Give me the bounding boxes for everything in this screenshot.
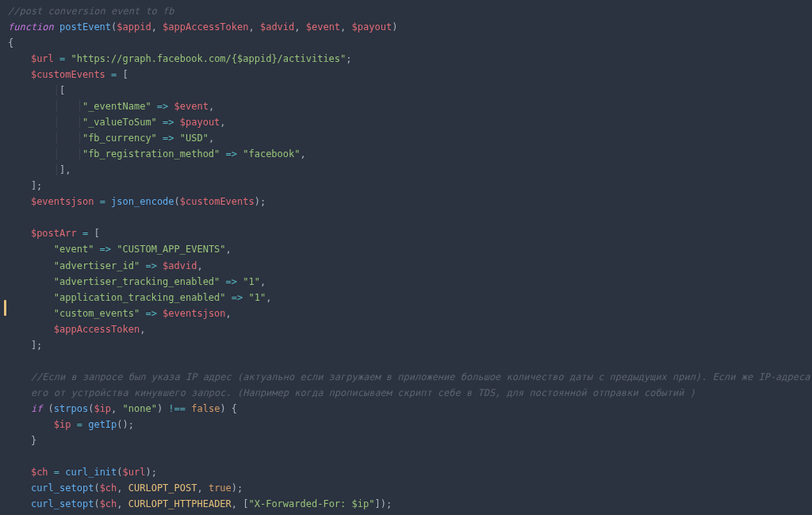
variable: $customEvents — [31, 69, 105, 80]
arg: "none" — [123, 403, 157, 414]
comment-line: //Если в запросе был указа IP адрес (акт… — [31, 371, 812, 382]
value: $payout — [180, 117, 220, 128]
param: $appid — [117, 21, 151, 33]
variable: $postArr — [31, 228, 77, 239]
value: $appAccessToken — [54, 324, 140, 335]
constant: CURLOPT_POST — [128, 482, 197, 494]
key: "_valueToSum" — [82, 117, 157, 128]
arg: $ip — [94, 403, 111, 414]
function-call: getIp — [88, 419, 117, 430]
param: $advid — [260, 21, 294, 33]
key: "custom_events" — [54, 308, 140, 319]
value: "1" — [243, 276, 260, 287]
string: "https://graph.facebook.com/{$appid}/act… — [71, 53, 347, 64]
variable: $ip — [54, 419, 71, 430]
key: "_eventName" — [82, 101, 151, 112]
string: "X-Forwarded-For: $ip" — [249, 498, 375, 509]
key: "fb_currency" — [82, 133, 157, 144]
param: $event — [306, 21, 340, 33]
value: "1" — [248, 292, 266, 303]
function-name: postEvent — [59, 21, 111, 33]
value: "CUSTOM_APP_EVENTS" — [117, 244, 225, 255]
arg: $ch — [100, 498, 117, 509]
value: $eventsjson — [163, 308, 225, 319]
function-call: strpos — [54, 403, 88, 414]
arg: $ch — [100, 482, 117, 494]
value: $advid — [163, 260, 197, 271]
key: "fb_registration_method" — [82, 148, 220, 159]
keyword: if — [31, 403, 42, 414]
value: "USD" — [180, 133, 209, 144]
function-call: json_encode — [111, 196, 174, 207]
function-call: curl_setopt — [31, 498, 94, 509]
variable: $ch — [31, 467, 48, 478]
param: $appAccessToken — [163, 21, 248, 33]
variable: $url — [31, 53, 54, 64]
param: $payout — [352, 21, 393, 33]
key: "advertiser_tracking_enabled" — [54, 276, 220, 287]
variable: $eventsjson — [31, 196, 94, 207]
value: "facebook" — [243, 148, 300, 159]
operator: !== — [168, 403, 186, 414]
literal: true — [209, 482, 232, 494]
constant: CURLOPT_HTTPHEADER — [128, 498, 232, 509]
value: $event — [174, 101, 209, 112]
arg: $url — [123, 467, 146, 478]
literal: false — [191, 403, 220, 414]
key: "advertiser_id" — [54, 260, 140, 271]
comment-line: его от устройства кинувшего запрос. (Нап… — [31, 387, 695, 398]
modified-marker — [4, 300, 6, 316]
key: "event" — [54, 244, 94, 255]
gutter — [0, 0, 10, 515]
comment-line: //post conversion event to fb — [8, 6, 174, 17]
keyword: function — [8, 21, 54, 33]
function-call: curl_init — [65, 467, 117, 478]
arg: $customEvents — [180, 196, 255, 207]
function-call: curl_setopt — [31, 482, 94, 494]
code-editor[interactable]: //post conversion event to fb function p… — [0, 3, 812, 515]
key: "application_tracking_enabled" — [54, 292, 226, 303]
